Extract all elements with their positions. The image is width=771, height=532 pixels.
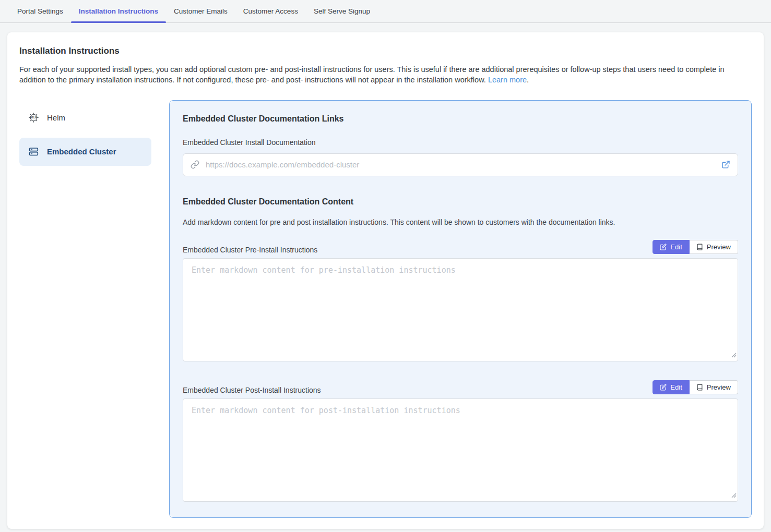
tab-self-serve-signup[interactable]: Self Serve Signup — [306, 0, 378, 22]
preview-button-label: Preview — [707, 383, 731, 391]
page-title: Installation Instructions — [19, 46, 752, 56]
page-description: For each of your supported install types… — [19, 64, 752, 86]
post-install-textarea-wrap — [183, 398, 738, 502]
tab-customer-access[interactable]: Customer Access — [235, 0, 306, 22]
sidebar-item-embedded-cluster[interactable]: Embedded Cluster — [19, 138, 151, 166]
pre-install-label: Embedded Cluster Pre-Install Instruction… — [183, 246, 317, 254]
content-card: Installation Instructions For each of yo… — [7, 32, 764, 529]
resize-handle-icon[interactable] — [731, 350, 737, 360]
pre-install-textarea-wrap — [183, 258, 738, 361]
edit-icon — [660, 384, 667, 391]
post-install-mode-toggle: Edit Preview — [653, 380, 738, 394]
helm-icon: HELM — [28, 112, 39, 124]
link-icon — [191, 160, 199, 169]
tab-installation-instructions[interactable]: Installation Instructions — [71, 0, 166, 22]
book-icon — [696, 384, 703, 391]
tab-bar: Portal Settings Installation Instruction… — [0, 0, 771, 23]
documentation-links-heading: Embedded Cluster Documentation Links — [183, 114, 738, 124]
post-install-edit-button[interactable]: Edit — [653, 380, 689, 394]
edit-icon — [660, 244, 667, 250]
server-stack-icon — [28, 146, 39, 158]
main-layout: HELM Helm Embedded Cluster — [19, 100, 752, 518]
edit-button-label: Edit — [670, 243, 682, 251]
resize-handle-icon[interactable] — [731, 491, 737, 500]
install-doc-url-input[interactable] — [205, 160, 716, 170]
embedded-cluster-settings-panel: Embedded Cluster Documentation Links Emb… — [169, 100, 752, 518]
pre-install-mode-toggle: Edit Preview — [653, 240, 738, 254]
external-link-icon[interactable] — [721, 160, 730, 169]
post-install-label-row: Embedded Cluster Post-Install Instructio… — [183, 380, 738, 394]
pre-install-label-row: Embedded Cluster Pre-Install Instruction… — [183, 240, 738, 254]
preview-button-label: Preview — [707, 243, 731, 251]
edit-button-label: Edit — [670, 383, 682, 391]
post-install-label: Embedded Cluster Post-Install Instructio… — [183, 386, 321, 394]
pre-install-edit-button[interactable]: Edit — [653, 240, 689, 254]
pre-install-textarea[interactable] — [183, 258, 738, 361]
svg-text:HELM: HELM — [30, 117, 37, 119]
tab-customer-emails[interactable]: Customer Emails — [166, 0, 235, 22]
sidebar-item-label: Embedded Cluster — [47, 147, 116, 156]
post-install-preview-button[interactable]: Preview — [690, 380, 738, 394]
learn-more-suffix: . — [527, 76, 529, 84]
tab-portal-settings[interactable]: Portal Settings — [9, 0, 71, 22]
pre-install-preview-button[interactable]: Preview — [690, 240, 738, 254]
install-doc-url-field — [183, 153, 738, 176]
book-icon — [696, 244, 703, 250]
sidebar-item-helm[interactable]: HELM Helm — [19, 105, 151, 130]
learn-more-link[interactable]: Learn more — [488, 76, 527, 84]
documentation-content-heading: Embedded Cluster Documentation Content — [183, 197, 738, 207]
post-install-textarea[interactable] — [183, 398, 738, 502]
sidebar-item-label: Helm — [47, 113, 65, 122]
install-doc-label: Embedded Cluster Install Documentation — [183, 138, 738, 147]
page-description-text: For each of your supported install types… — [19, 65, 725, 84]
documentation-content-description: Add markdown content for pre and post in… — [183, 218, 738, 226]
install-type-sidebar: HELM Helm Embedded Cluster — [19, 100, 151, 518]
